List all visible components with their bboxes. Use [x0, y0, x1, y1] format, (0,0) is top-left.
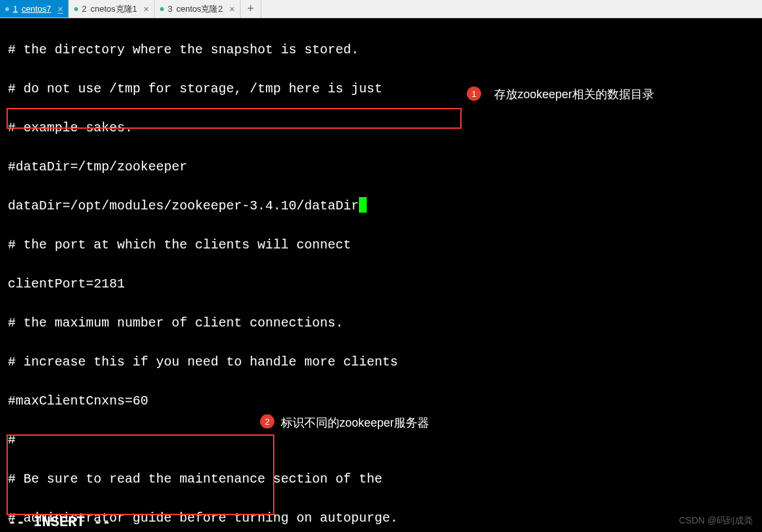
editor-line: # the maximum number of client connectio…: [8, 313, 754, 333]
tab-add-button[interactable]: +: [241, 0, 261, 18]
annotation-badge-2: 2: [260, 414, 274, 429]
tab-centos7[interactable]: 1 centos7 ×: [0, 0, 69, 18]
vim-status: -- INSERT --: [8, 514, 111, 531]
tab-label: cnetos克隆1: [90, 3, 137, 15]
tab-indicator-icon: [160, 7, 164, 11]
editor-line: #: [8, 431, 754, 450]
tab-centos-clone2[interactable]: 3 centos克隆2 ×: [155, 0, 241, 18]
tab-index: 1: [13, 4, 18, 14]
tab-indicator-icon: [5, 7, 9, 11]
tab-index: 2: [82, 4, 86, 14]
editor-line: clientPort=2181: [8, 274, 754, 294]
close-icon[interactable]: ×: [230, 4, 235, 14]
watermark-text: CSDN @码到成粪: [679, 515, 753, 527]
editor-line: # Be sure to read the maintenance sectio…: [8, 470, 754, 489]
tab-bar: 1 centos7 × 2 cnetos克隆1 × 3 centos克隆2 × …: [0, 0, 762, 18]
editor-line: # the directory where the snapshot is st…: [8, 40, 754, 60]
annotation-badge-1: 1: [467, 86, 481, 101]
editor-line: # example sakes.: [8, 118, 754, 138]
tab-label: centos克隆2: [176, 3, 223, 15]
close-icon[interactable]: ×: [58, 4, 63, 14]
close-icon[interactable]: ×: [144, 4, 149, 14]
editor-line: # increase this if you need to handle mo…: [8, 352, 754, 372]
tab-cnetos-clone1[interactable]: 2 cnetos克隆1 ×: [69, 0, 155, 18]
editor-line: #maxClientCnxns=60: [8, 392, 754, 411]
annotation-text-1: 存放zookeeper相关的数据目录: [494, 86, 654, 102]
tab-label: centos7: [21, 4, 51, 14]
tab-index: 3: [168, 4, 172, 14]
cursor-icon: [359, 197, 367, 213]
editor-line: #dataDir=/tmp/zookeeper: [8, 157, 754, 177]
editor-text: dataDir=/opt/modules/zookeeper-3.4.10/da…: [8, 198, 359, 213]
plus-icon: +: [247, 2, 254, 16]
tab-indicator-icon: [74, 7, 78, 11]
editor-line-datadir: dataDir=/opt/modules/zookeeper-3.4.10/da…: [8, 196, 754, 216]
annotation-text-2: 标识不同的zookeeper服务器: [281, 415, 429, 431]
editor-line: # administrator guide before turning on …: [8, 509, 754, 528]
editor-line: # the port at which the clients will con…: [8, 235, 754, 255]
